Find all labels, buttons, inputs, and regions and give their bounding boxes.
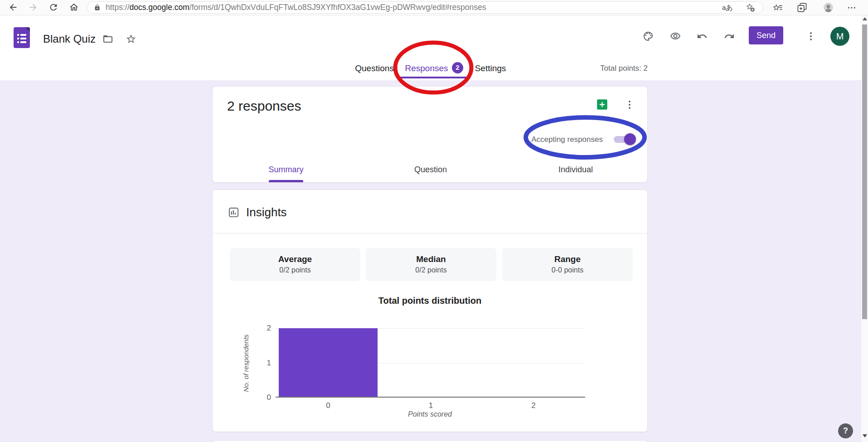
collections-icon <box>797 2 807 13</box>
back-arrow-icon <box>8 2 18 12</box>
document-title[interactable]: Blank Quiz <box>43 33 96 45</box>
browser-home-button[interactable] <box>69 2 79 12</box>
kebab-icon <box>624 99 635 110</box>
stat-value: 0-0 points <box>502 266 633 274</box>
chart-y-tick-label: 2 <box>254 324 271 333</box>
form-more-options-button[interactable] <box>805 31 816 42</box>
insights-chart-icon <box>228 207 239 218</box>
folder-icon <box>102 34 113 44</box>
chart-x-tick-label: 0 <box>319 401 337 410</box>
eye-icon <box>670 31 681 42</box>
total-points-label: Total points: 2 <box>600 64 648 73</box>
chart-x-axis <box>276 397 585 398</box>
subtab-individual[interactable]: Individual <box>558 165 593 175</box>
accepting-responses-label: Accepting responses <box>531 135 603 144</box>
stat-card-range: Range 0-0 points <box>502 248 633 281</box>
star-plus-icon <box>746 3 755 12</box>
accepting-responses-toggle[interactable] <box>614 136 635 143</box>
preview-button[interactable] <box>670 31 681 42</box>
stat-card-average: Average 0/2 points <box>230 248 360 281</box>
chart-title: Total points distribution <box>213 296 647 306</box>
stat-label: Range <box>502 248 633 264</box>
forms-header: Blank Quiz Send M Questions Responses 2 … <box>0 15 868 80</box>
browser-forward-button[interactable] <box>28 2 38 12</box>
undo-button[interactable] <box>697 31 708 42</box>
url-scheme: https:// <box>106 3 130 12</box>
redo-icon <box>724 31 735 42</box>
collections-button[interactable] <box>797 2 807 13</box>
stat-label: Median <box>366 248 496 264</box>
toggle-thumb <box>624 133 636 145</box>
forms-logo-icon[interactable] <box>14 27 30 48</box>
chart-bar <box>279 328 378 397</box>
refresh-icon <box>48 2 58 12</box>
responses-card: 2 responses Accepting responses Summary … <box>212 86 648 183</box>
ellipsis-icon <box>847 3 857 13</box>
scrollbar-up-arrow[interactable] <box>863 17 867 20</box>
tab-responses[interactable]: Responses <box>405 63 448 74</box>
chart-plot: 012012 <box>276 328 585 398</box>
responses-count-title: 2 responses <box>227 98 301 114</box>
responses-count-badge: 2 <box>452 62 463 73</box>
chart-y-tick-label: 0 <box>254 393 271 402</box>
forward-arrow-icon <box>28 2 38 12</box>
lock-icon <box>94 4 101 11</box>
sheets-icon <box>596 98 608 111</box>
subtab-summary[interactable]: Summary <box>268 165 303 175</box>
star-icon <box>126 34 136 44</box>
undo-icon <box>697 31 708 42</box>
active-subtab-underline <box>269 180 303 182</box>
tab-questions[interactable]: Questions <box>355 63 394 74</box>
divider <box>213 233 647 233</box>
logo-fold <box>25 27 30 32</box>
tab-settings[interactable]: Settings <box>475 63 506 74</box>
move-to-folder-button[interactable] <box>102 34 113 44</box>
help-button[interactable]: ? <box>838 423 853 438</box>
chart-y-tick-label: 1 <box>254 359 271 368</box>
chart-x-axis-title: Points scored <box>213 410 647 418</box>
chart-x-tick-label: 1 <box>422 401 440 410</box>
next-card-partial <box>212 440 648 442</box>
browser-menu-button[interactable] <box>847 3 857 13</box>
home-icon <box>69 2 79 12</box>
kebab-icon <box>805 31 816 42</box>
browser-profile-button[interactable] <box>823 2 834 13</box>
account-avatar[interactable]: M <box>830 27 849 46</box>
url-path: /forms/d/1QwhDxVduLFqFTwLo8SJ9XYfhfOX3aG… <box>189 3 486 12</box>
add-favorite-icon[interactable] <box>746 3 755 12</box>
chart-x-tick-label: 2 <box>524 401 543 410</box>
stat-value: 0/2 points <box>230 266 360 274</box>
url-text: https://docs.google.com/forms/d/1QwhDxVd… <box>106 2 486 13</box>
scrollbar-thumb[interactable] <box>862 24 867 319</box>
address-bar[interactable]: https://docs.google.com/forms/d/1QwhDxVd… <box>87 1 763 14</box>
scrollbar-down-arrow[interactable] <box>863 434 867 437</box>
chart-y-axis-title: No. of respondents <box>242 327 250 399</box>
profile-avatar-icon <box>823 2 834 13</box>
stat-value: 0/2 points <box>366 266 496 274</box>
redo-button[interactable] <box>724 31 735 42</box>
browser-back-button[interactable] <box>8 2 18 12</box>
customize-theme-button[interactable] <box>643 31 654 42</box>
browser-refresh-button[interactable] <box>48 2 58 12</box>
favorites-bar-button[interactable] <box>772 2 783 13</box>
browser-toolbar: https://docs.google.com/forms/d/1QwhDxVd… <box>0 0 868 15</box>
insights-card: Insights Average 0/2 points Median 0/2 p… <box>212 189 648 432</box>
insights-section-title: Insights <box>246 205 287 219</box>
url-host: docs.google.com <box>130 3 189 12</box>
star-form-button[interactable] <box>126 34 136 44</box>
favorites-star-icon <box>772 2 783 13</box>
palette-icon <box>643 31 654 42</box>
stat-card-median: Median 0/2 points <box>366 248 496 281</box>
subtab-question[interactable]: Question <box>414 165 447 175</box>
translate-icon[interactable]: aあ <box>722 2 733 13</box>
view-in-sheets-button[interactable] <box>596 98 608 111</box>
active-tab-underline <box>397 77 468 78</box>
send-button[interactable]: Send <box>749 26 783 44</box>
responses-more-options-button[interactable] <box>624 99 635 110</box>
stat-label: Average <box>230 248 360 264</box>
